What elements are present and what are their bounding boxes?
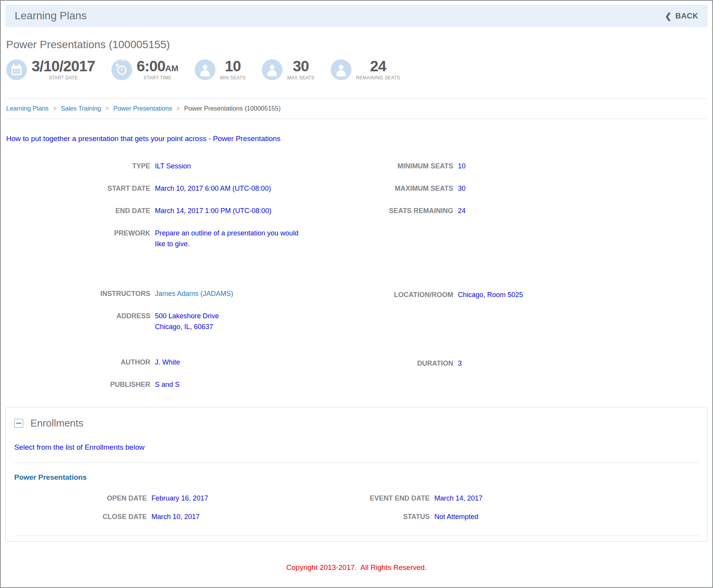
calendar-icon [6,59,27,80]
collapse-button[interactable] [14,419,23,428]
enrollments-panel: Enrollments Select from the list of Enro… [5,407,708,542]
address-line2: Chicago, IL, 60637 [155,321,219,332]
page: Learning Plans ❮ BACK Power Presentation… [0,0,713,588]
details-section: TYPE ILT Session START DATE March 10, 20… [6,161,707,402]
stat-start-time: 6:00AM START TIME [111,59,178,81]
address-label: ADDRESS [6,311,150,332]
details-right-column: MINIMUM SEATS 10 MAXIMUM SEATS 30 SEATS … [362,161,707,402]
divider [14,536,699,536]
enrollment-right-column: EVENT END DATE March 14, 2017 STATUS Not… [364,493,699,530]
end-date-value: March 14, 2017 1:00 PM (UTC-08:00) [155,205,271,216]
divider [14,462,699,463]
stat-start-date-label: START DATE [49,75,78,81]
prework-label: PREWORK [6,228,150,249]
address-value: 500 Lakeshore Drive Chicago, IL, 60637 [155,311,219,332]
prework-row: PREWORK Prepare an outline of a presenta… [6,228,362,249]
breadcrumb-current: Power Presentations (100005155) [184,105,281,112]
publisher-row: PUBLISHER S and S [6,379,362,390]
select-enrollments-link[interactable]: Select from the list of Enrollments belo… [14,443,145,452]
copyright-text: Copyright 2013-2017. All Rights Reserved… [1,563,712,572]
status-value: Not Attempted [434,512,478,522]
instructor-link[interactable]: James Adams (JADAMS) [155,288,233,299]
course-description-link[interactable]: How to put together a presentation that … [6,134,281,143]
author-row: AUTHOR J. White [6,357,362,368]
instructors-label: INSTRUCTORS [6,288,150,299]
person-icon [195,59,215,80]
seats-remaining-row: SEATS REMAINING 24 [362,205,707,216]
publisher-label: PUBLISHER [6,379,150,390]
seats-remaining-label: SEATS REMAINING [362,205,453,216]
enrollment-left-column: OPEN DATE February 16, 2017 CLOSE DATE M… [14,493,364,530]
maximum-seats-row: MAXIMUM SEATS 30 [362,183,707,194]
event-end-date-row: EVENT END DATE March 14, 2017 [364,493,699,503]
topbar: Learning Plans ❮ BACK [5,5,708,27]
location-room-label: LOCATION/ROOM [362,289,453,300]
stat-remaining-seats-value: 24 [370,59,386,74]
author-value: J. White [155,357,180,368]
publisher-value: S and S [155,379,180,390]
address-row: ADDRESS 500 Lakeshore Drive Chicago, IL,… [6,311,362,332]
app-title: Learning Plans [15,10,87,22]
chevron-left-icon: ❮ [665,12,672,20]
minimum-seats-value: 10 [458,161,466,171]
breadcrumb-separator: > [172,105,184,112]
close-date-label: CLOSE DATE [14,512,147,522]
event-end-date-label: EVENT END DATE [364,493,430,503]
start-date-row: START DATE March 10, 2017 6:00 AM (UTC-0… [6,183,362,194]
open-date-value: February 16, 2017 [151,493,208,503]
stat-remaining-seats: 24 REMAINING SEATS [331,59,400,81]
breadcrumb-link-sales-training[interactable]: Sales Training [61,105,101,112]
end-date-label: END DATE [6,205,150,216]
details-left-column: TYPE ILT Session START DATE March 10, 20… [6,161,362,402]
breadcrumb-separator: > [101,105,113,112]
person-icon [331,59,351,80]
back-button[interactable]: ❮ BACK [665,12,698,20]
open-date-row: OPEN DATE February 16, 2017 [14,493,364,503]
start-date-value: March 10, 2017 6:00 AM (UTC-08:00) [155,183,271,194]
divider [6,119,707,119]
back-button-label: BACK [675,12,698,20]
open-date-label: OPEN DATE [14,493,147,503]
stat-max-seats: 30 MAX SEATS [262,59,314,81]
minimum-seats-label: MINIMUM SEATS [362,161,453,171]
stat-start-date-value: 3/10/2017 [32,59,95,74]
status-row: STATUS Not Attempted [364,512,699,522]
minimum-seats-row: MINIMUM SEATS 10 [362,161,707,171]
address-line1: 500 Lakeshore Drive [155,311,219,321]
stats-row: 3/10/2017 START DATE 6:00AM START TIME 1… [6,59,707,81]
stat-max-seats-label: MAX SEATS [287,75,314,81]
main-content: Power Presentations (100005155) 3/10/201… [1,39,712,402]
page-title: Power Presentations (100005155) [6,39,707,51]
status-label: STATUS [364,512,430,522]
alarm-clock-icon [111,59,132,80]
type-row: TYPE ILT Session [6,161,362,171]
breadcrumb-link-learning-plans[interactable]: Learning Plans [6,105,49,112]
stat-min-seats-value: 10 [225,59,240,74]
type-label: TYPE [6,161,150,171]
close-date-row: CLOSE DATE March 10, 2017 [14,512,364,522]
stat-min-seats-label: MIN SEATS [220,75,246,81]
enrollments-title: Enrollments [30,417,83,429]
maximum-seats-label: MAXIMUM SEATS [362,183,453,194]
maximum-seats-value: 30 [458,183,466,194]
enrollment-details: OPEN DATE February 16, 2017 CLOSE DATE M… [14,493,699,530]
enrollments-header: Enrollments [14,417,699,429]
duration-label: DURATION [362,358,453,369]
stat-remaining-seats-label: REMAINING SEATS [356,75,400,81]
person-icon [262,59,283,80]
stat-start-date: 3/10/2017 START DATE [6,59,95,81]
breadcrumb-link-power-presentations[interactable]: Power Presentations [113,105,172,112]
close-date-value: March 10, 2017 [151,512,200,522]
instructors-row: INSTRUCTORS James Adams (JADAMS) [6,288,362,299]
duration-value: 3 [458,358,462,369]
stat-start-time-value: 6:00AM [137,59,178,74]
enrollment-course-link[interactable]: Power Presentations [14,473,87,482]
stat-max-seats-value: 30 [293,59,309,74]
end-date-row: END DATE March 14, 2017 1:00 PM (UTC-08:… [6,205,362,216]
seats-remaining-value: 24 [458,205,466,216]
location-room-row: LOCATION/ROOM Chicago, Room 5025 [362,289,707,300]
minus-icon [16,423,21,424]
breadcrumb: Learning Plans > Sales Training > Power … [6,99,707,119]
prework-value: Prepare an outline of a presentation you… [155,228,303,249]
start-date-label: START DATE [6,183,150,194]
